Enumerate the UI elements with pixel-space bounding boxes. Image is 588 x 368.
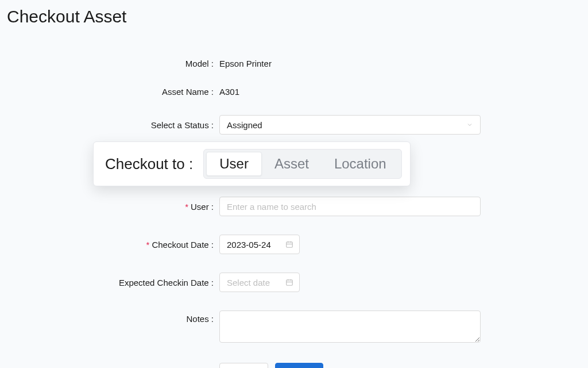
status-label: Select a Status : (7, 120, 219, 130)
svg-rect-0 (287, 242, 293, 247)
chevron-down-icon (466, 121, 473, 128)
user-row: *User : (7, 197, 581, 216)
cancel-button[interactable]: Cancel (219, 363, 268, 368)
checkin-date-input[interactable]: Select date (219, 273, 300, 292)
checkout-date-value: 2023-05-24 (227, 240, 271, 250)
required-mark: * (146, 240, 150, 250)
checkout-to-card: Checkout to : User Asset Location (93, 141, 411, 186)
checkout-to-row: Checkout to : User Asset Location (7, 150, 581, 182)
checkout-to-option-asset[interactable]: Asset (262, 152, 322, 176)
model-value: Epson Printer (219, 59, 481, 68)
svg-rect-4 (287, 280, 293, 285)
checkin-date-label: Expected Checkin Date : (7, 278, 219, 288)
page-title: Checkout Asset (7, 7, 581, 26)
notes-input[interactable] (219, 310, 481, 343)
asset-name-row: Asset Name : A301 (7, 87, 581, 97)
status-select-value: Assigned (227, 120, 262, 130)
required-mark: * (185, 202, 188, 212)
user-label: *User : (7, 202, 219, 212)
model-label: Model : (7, 59, 219, 68)
checkout-to-segmented: User Asset Location (203, 149, 401, 179)
checkout-to-label: Checkout to : (105, 155, 193, 173)
notes-row: Notes : (7, 310, 581, 344)
form-area: Model : Epson Printer Asset Name : A301 … (7, 59, 581, 368)
checkout-date-label: *Checkout Date : (7, 240, 219, 250)
checkout-date-row: *Checkout Date : 2023-05-24 (7, 235, 581, 254)
status-row: Select a Status : Assigned (7, 115, 581, 135)
model-row: Model : Epson Printer (7, 59, 581, 68)
checkin-date-row: Expected Checkin Date : Select date (7, 273, 581, 292)
user-input[interactable] (219, 197, 481, 216)
submit-button[interactable]: Submit (275, 363, 324, 368)
status-select[interactable]: Assigned (219, 115, 481, 135)
checkout-asset-form-container: Checkout Asset Model : Epson Printer Ass… (0, 0, 588, 368)
asset-name-value: A301 (219, 87, 481, 97)
calendar-icon (285, 240, 293, 248)
notes-label: Notes : (7, 310, 219, 324)
asset-name-label: Asset Name : (7, 87, 219, 97)
checkin-date-placeholder: Select date (227, 278, 270, 288)
checkout-date-input[interactable]: 2023-05-24 (219, 235, 300, 254)
buttons-row: Cancel Submit (7, 363, 581, 368)
checkout-to-option-location[interactable]: Location (322, 152, 399, 176)
calendar-icon (285, 278, 293, 286)
checkout-to-option-user[interactable]: User (206, 152, 262, 176)
